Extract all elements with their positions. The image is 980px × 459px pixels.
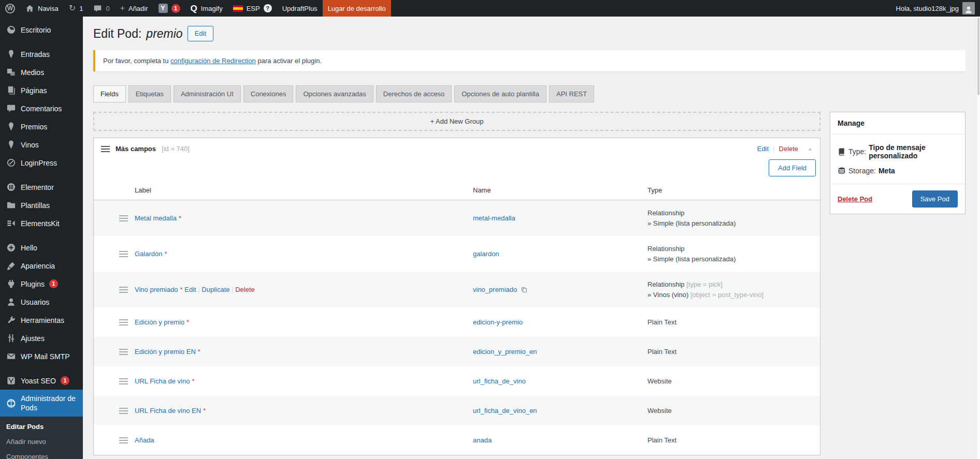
- field-name-link[interactable]: galardon: [473, 250, 499, 258]
- sidebar-item-elementor[interactable]: Elementor: [0, 178, 83, 196]
- field-label-link[interactable]: Vino premiado: [135, 286, 178, 293]
- table-row[interactable]: Añada anada Plain Text: [94, 425, 820, 455]
- field-name-link[interactable]: url_ficha_de_vino_en: [473, 407, 537, 414]
- field-label-link[interactable]: Edición y premio EN: [135, 348, 196, 356]
- table-row[interactable]: Vino premiado* Edit | Duplicate | Delete…: [94, 272, 820, 307]
- field-name-link[interactable]: anada: [473, 436, 492, 444]
- sidebar-item-label: ElementsKit: [21, 219, 60, 228]
- updates-menu[interactable]: ↻ 1: [64, 0, 89, 17]
- row-action-delete[interactable]: Delete: [235, 286, 255, 293]
- tab-opciones-avanzadas[interactable]: Opciones avanzadas: [296, 85, 373, 102]
- drag-handle-icon[interactable]: [119, 319, 128, 325]
- tab-derechos-de-acceso[interactable]: Derechos de acceso: [376, 85, 452, 102]
- add-new-group-button[interactable]: + Add New Group: [93, 112, 820, 131]
- sidebar-item-usuarios[interactable]: Usuarios: [0, 293, 83, 311]
- sidebar-item-apariencia[interactable]: Apariencia: [0, 257, 83, 275]
- group-edit-link[interactable]: Edit: [757, 145, 769, 153]
- collapse-arrow-icon[interactable]: ▲: [808, 146, 813, 152]
- drag-handle-icon[interactable]: [119, 437, 128, 443]
- copy-icon[interactable]: [521, 286, 528, 293]
- sidebar-item-hello[interactable]: Hello: [0, 239, 83, 257]
- new-content-menu[interactable]: + Añadir: [115, 0, 153, 17]
- table-row[interactable]: Galardón* galardon Relationship» Simple …: [94, 236, 820, 272]
- submenu-item-editar-pods[interactable]: Editar Pods: [0, 419, 83, 434]
- tab-conexiones[interactable]: Conexiones: [243, 85, 294, 102]
- sidebar-item-vinos[interactable]: Vinos: [0, 136, 83, 154]
- sidebar-item-elementskit[interactable]: ElementsKit: [0, 214, 83, 232]
- sidebar-item-medios[interactable]: Medios: [0, 63, 83, 81]
- account-menu[interactable]: Hola, studio128k_jpg: [891, 0, 980, 17]
- row-action-edit[interactable]: Edit: [184, 286, 196, 293]
- field-label-link[interactable]: Añada: [135, 436, 154, 444]
- sidebar-item-loginpress[interactable]: LoginPress: [0, 154, 83, 172]
- field-name-link[interactable]: vino_premiado: [473, 286, 528, 293]
- sidebar-item-wp-mail-smtp[interactable]: WP Mail SMTP: [0, 347, 83, 365]
- save-pod-button[interactable]: Save Pod: [912, 190, 958, 208]
- sidebar-item-ajustes[interactable]: Ajustes: [0, 329, 83, 347]
- field-type: Website: [647, 406, 820, 415]
- comments-menu[interactable]: 0: [88, 0, 114, 17]
- field-label-link[interactable]: URL Ficha de vino EN: [135, 407, 201, 414]
- sidebar-item-yoast-seo[interactable]: Yoast SEO 1: [0, 372, 83, 390]
- drag-handle-icon[interactable]: [119, 378, 128, 384]
- field-name-link[interactable]: url_ficha_de_vino: [473, 377, 526, 385]
- tab-administracion-ui[interactable]: Administración UI: [174, 85, 241, 102]
- table-row[interactable]: Edición y premio EN* edicion_y_premio_en…: [94, 337, 820, 366]
- imagify-menu[interactable]: Q Imagify: [185, 0, 228, 17]
- wp-logo-menu[interactable]: W: [0, 0, 20, 17]
- scrollbar[interactable]: [977, 17, 980, 459]
- field-type: Plain Text: [647, 347, 820, 356]
- group-delete-link[interactable]: Delete: [779, 145, 799, 153]
- redirection-settings-link[interactable]: configuración de Redirection: [170, 57, 256, 65]
- plugins-update-badge: 1: [49, 279, 58, 288]
- scrollbar-thumb[interactable]: [977, 18, 979, 95]
- tab-api-rest[interactable]: API REST: [549, 85, 594, 102]
- sidebar-item-herramientas[interactable]: Herramientas: [0, 311, 83, 329]
- tab-etiquetas[interactable]: Etiquetas: [128, 85, 171, 102]
- environment-indicator[interactable]: Lugar de desarrollo: [323, 0, 391, 17]
- drag-handle-icon[interactable]: [119, 408, 128, 414]
- sidebar-item-administrador-de-pods[interactable]: Administrador de Pods: [0, 390, 83, 417]
- field-name-link[interactable]: edicion_y_premio_en: [473, 348, 537, 356]
- submenu-item-anadir-nuevo[interactable]: Añadir nuevo: [0, 434, 83, 449]
- help-icon: ?: [264, 4, 272, 12]
- updates-icon: ↻: [69, 4, 76, 12]
- drag-handle-icon[interactable]: [101, 146, 110, 152]
- sidebar-item-escritorio[interactable]: Escritorio: [0, 21, 83, 39]
- edit-pod-name-button[interactable]: Edit: [188, 26, 213, 41]
- table-row[interactable]: URL Ficha de vino EN* url_ficha_de_vino_…: [94, 396, 820, 425]
- field-label-link[interactable]: URL Ficha de vino: [135, 377, 190, 385]
- table-row[interactable]: URL Ficha de vino* url_ficha_de_vino Web…: [94, 366, 820, 396]
- sidebar-item-label: WP Mail SMTP: [21, 352, 70, 361]
- drag-handle-icon[interactable]: [119, 251, 128, 257]
- fields-panel: + Add New Group Más campos [id = 740] Ed…: [93, 112, 820, 455]
- drag-handle-icon[interactable]: [119, 287, 128, 293]
- updraftplus-menu[interactable]: UpdraftPlus: [277, 0, 323, 17]
- add-field-button[interactable]: Add Field: [769, 159, 816, 176]
- language-menu[interactable]: ESP ?: [228, 0, 277, 17]
- group-id: [id = 740]: [162, 145, 190, 153]
- sidebar-item-premios[interactable]: Premios: [0, 117, 83, 136]
- field-label-link[interactable]: Metal medalla: [135, 214, 177, 222]
- yoast-menu[interactable]: Y 1: [153, 0, 185, 17]
- sidebar-item-plugins[interactable]: Plugins 1: [0, 275, 83, 293]
- tab-fields[interactable]: Fields: [93, 85, 126, 102]
- table-row[interactable]: Metal medalla* metal-medalla Relationshi…: [94, 200, 820, 236]
- field-name-link[interactable]: metal-medalla: [473, 214, 515, 222]
- sidebar-item-paginas[interactable]: Páginas: [0, 81, 83, 99]
- delete-pod-link[interactable]: Delete Pod: [838, 195, 872, 203]
- sidebar-item-plantillas[interactable]: Plantillas: [0, 196, 83, 214]
- sidebar-item-comentarios[interactable]: Comentarios: [0, 99, 83, 117]
- site-name-menu[interactable]: Navisa: [20, 0, 64, 17]
- drag-handle-icon[interactable]: [119, 349, 128, 355]
- drag-handle-icon[interactable]: [119, 215, 128, 221]
- row-action-duplicate[interactable]: Duplicate: [201, 286, 229, 293]
- table-row[interactable]: Edición y premio* edicion-y-premio Plain…: [94, 307, 820, 337]
- field-name-link[interactable]: edicion-y-premio: [473, 318, 523, 326]
- submenu-item-componentes[interactable]: Componentes: [0, 449, 83, 459]
- field-label-link[interactable]: Galardón: [135, 250, 162, 258]
- sidebar-item-entradas[interactable]: Entradas: [0, 45, 83, 63]
- sidebar: Escritorio Entradas Medios Páginas Comen…: [0, 17, 83, 459]
- tab-opciones-auto-plantilla[interactable]: Opciones de auto plantilla: [454, 85, 546, 102]
- field-label-link[interactable]: Edición y premio: [135, 318, 184, 326]
